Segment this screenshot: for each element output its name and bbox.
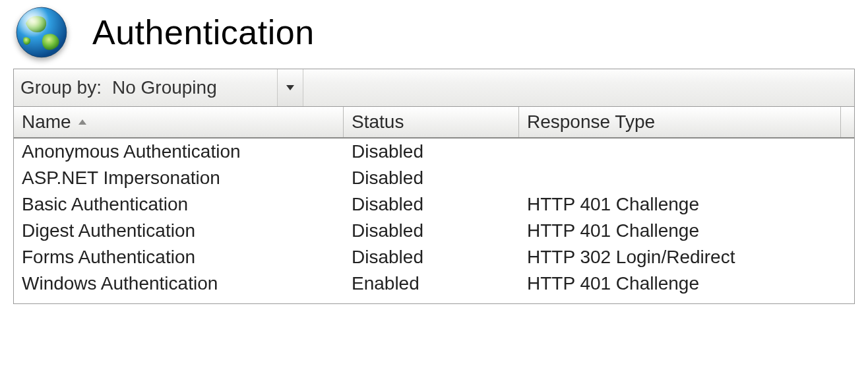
column-header-name[interactable]: Name [14,107,344,137]
group-by-value[interactable]: No Grouping [108,69,277,106]
sort-asc-icon [78,119,87,125]
column-header-status[interactable]: Status [344,107,519,137]
authentication-list: Anonymous Authentication Disabled ASP.NE… [13,139,855,304]
cell-status: Disabled [344,222,519,240]
list-item[interactable]: Basic Authentication Disabled HTTP 401 C… [14,191,854,218]
toolbar-filler [303,69,854,106]
list-item[interactable]: Windows Authentication Enabled HTTP 401 … [14,270,854,297]
list-item[interactable]: Digest Authentication Disabled HTTP 401 … [14,218,854,244]
svg-marker-3 [78,119,86,125]
cell-response-type: HTTP 401 Challenge [519,195,854,214]
cell-name: ASP.NET Impersonation [14,169,344,187]
chevron-down-icon [286,84,295,91]
cell-name: Windows Authentication [14,274,344,293]
cell-response-type: HTTP 401 Challenge [519,222,854,240]
cell-response-type: HTTP 401 Challenge [519,274,854,293]
cell-name: Anonymous Authentication [14,142,344,161]
page-header: Authentication [0,0,868,69]
column-header-stub [841,107,854,137]
list-item[interactable]: Forms Authentication Disabled HTTP 302 L… [14,244,854,270]
list-item[interactable]: Anonymous Authentication Disabled [14,139,854,165]
cell-response-type: HTTP 302 Login/Redirect [519,248,854,266]
group-by-label: Group by: [14,69,108,106]
cell-name: Basic Authentication [14,195,344,214]
cell-name: Forms Authentication [14,248,344,266]
group-by-dropdown-button[interactable] [277,69,303,106]
column-header-name-label: Name [22,111,71,133]
cell-status: Enabled [344,274,519,293]
column-header-response-type[interactable]: Response Type [519,107,841,137]
column-header-response-type-label: Response Type [527,111,655,133]
cell-status: Disabled [344,195,519,214]
cell-status: Disabled [344,248,519,266]
group-by-toolbar: Group by: No Grouping [14,69,854,106]
column-header-status-label: Status [352,111,404,133]
column-header-row: Name Status Response Type [14,107,854,139]
list-item[interactable]: ASP.NET Impersonation Disabled [14,165,854,191]
cell-status: Disabled [344,169,519,187]
svg-point-1 [16,7,67,57]
cell-name: Digest Authentication [14,222,344,240]
cell-status: Disabled [344,142,519,161]
page-title: Authentication [92,13,315,52]
svg-marker-2 [286,85,294,90]
globe-icon [13,4,70,61]
